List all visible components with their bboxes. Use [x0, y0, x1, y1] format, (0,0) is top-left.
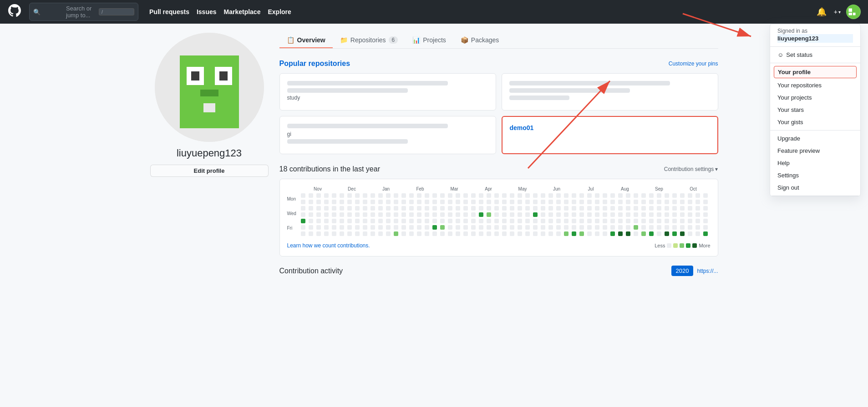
repo-card-demo01: demo01: [502, 116, 718, 154]
contrib-cell-150: [641, 206, 646, 211]
set-status-item[interactable]: ☺ Set status: [770, 49, 860, 61]
contrib-cell-25: [494, 193, 499, 198]
upgrade-item[interactable]: Upgrade: [770, 132, 860, 145]
contrib-cell-164: [340, 212, 344, 217]
contrib-cell-131: [494, 206, 499, 211]
contrib-cell-366: [672, 231, 677, 236]
search-bar[interactable]: 🔍 Search or jump to... /: [29, 3, 138, 21]
sign-out-item[interactable]: Sign out: [770, 181, 860, 194]
contrib-cell-355: [587, 231, 592, 236]
help-item[interactable]: Help: [770, 157, 860, 169]
new-button[interactable]: + ▾: [832, 6, 843, 17]
tab-overview[interactable]: 📋 Overview: [279, 33, 333, 48]
your-projects-item[interactable]: Your projects: [770, 91, 860, 104]
contrib-cell-307: [626, 225, 630, 230]
contrib-cell-279: [409, 225, 414, 230]
github-logo-icon[interactable]: [7, 3, 22, 20]
username: liuyuepeng123: [177, 147, 242, 159]
tab-packages[interactable]: 📦 Packages: [453, 33, 506, 48]
contrib-cell-350: [548, 231, 553, 236]
contrib-cell-314: [680, 225, 685, 230]
contrib-cell-261: [680, 219, 685, 223]
contrib-cell-305: [610, 225, 615, 230]
contrib-cell-331: [401, 231, 406, 236]
contrib-cell-21: [463, 193, 468, 198]
contrib-cell-167: [363, 212, 367, 217]
contrib-cell-308: [634, 225, 638, 230]
your-stars-item[interactable]: Your stars: [770, 104, 860, 116]
contrib-cell-276: [386, 225, 391, 230]
contrib-cell-266: [309, 225, 313, 230]
year-2020-button[interactable]: 2020: [671, 266, 694, 276]
contrib-cell-301: [579, 225, 584, 230]
your-gists-item[interactable]: Your gists: [770, 116, 860, 128]
month-labels: Nov Dec Jan Feb Mar Apr May Jun Jul Aug …: [287, 186, 711, 191]
label-empty1: [287, 202, 301, 210]
activity-section: Contribution activity 2020 https://...: [279, 266, 718, 276]
contrib-cell-335: [432, 231, 437, 236]
contrib-cell-147: [618, 206, 623, 211]
month-feb: Feb: [403, 186, 437, 191]
learn-contributions-link[interactable]: Learn how we count contributions.: [287, 242, 370, 249]
contrib-cell-85: [548, 200, 553, 204]
dropdown-section-status: ☺ Set status: [770, 47, 860, 63]
contrib-cell-142: [579, 206, 584, 211]
contrib-cell-199: [610, 212, 615, 217]
contrib-cell-230: [440, 219, 445, 223]
contrib-cell-70: [432, 200, 437, 204]
contrib-cell-246: [564, 219, 569, 223]
customize-pins-link[interactable]: Customize your pins: [669, 60, 718, 67]
contrib-cell-55: [316, 200, 321, 204]
main-layout: 😊 liuyuepeng123 Edit profile 📋 Overview …: [143, 24, 726, 285]
contrib-cell-253: [618, 219, 623, 223]
contrib-cell-9: [371, 193, 375, 198]
contrib-cell-121: [417, 206, 421, 211]
contrib-cell-288: [479, 225, 483, 230]
nav-pull-requests[interactable]: Pull requests: [149, 8, 189, 15]
contrib-cell-313: [672, 225, 677, 230]
contrib-cell-5: [340, 193, 344, 198]
contrib-cell-45: [649, 193, 654, 198]
contrib-cell-137: [541, 206, 545, 211]
contrib-cell-116: [378, 206, 383, 211]
contrib-cell-119: [401, 206, 406, 211]
legend-cell-1: [673, 243, 678, 248]
contrib-cell-249: [587, 219, 592, 223]
nav-issues[interactable]: Issues: [197, 8, 217, 15]
contrib-cell-214: [316, 219, 321, 223]
repo4-name[interactable]: demo01: [510, 124, 710, 131]
contrib-cell-352: [564, 231, 569, 236]
notifications-button[interactable]: 🔔: [815, 5, 828, 19]
nav-explore[interactable]: Explore: [268, 8, 291, 15]
search-icon: 🔍: [33, 9, 63, 15]
tab-projects[interactable]: 📊 Projects: [405, 33, 453, 48]
your-repositories-item[interactable]: Your repositories: [770, 79, 860, 91]
contrib-cell-80: [510, 200, 514, 204]
contrib-cell-90: [587, 200, 592, 204]
month-jul: Jul: [574, 186, 608, 191]
contrib-cell-16: [425, 193, 429, 198]
feature-preview-item[interactable]: Feature preview: [770, 145, 860, 157]
user-avatar-button[interactable]: ▾: [846, 5, 861, 19]
contrib-cell-106: [301, 206, 305, 211]
contrib-cell-44: [641, 193, 646, 198]
nav-marketplace[interactable]: Marketplace: [224, 8, 261, 15]
your-profile-item[interactable]: Your profile: [774, 66, 857, 78]
contrib-cell-145: [603, 206, 607, 211]
edit-profile-button[interactable]: Edit profile: [150, 165, 269, 177]
contrib-cell-327: [371, 231, 375, 236]
contribution-settings-link[interactable]: Contribution settings ▾: [664, 166, 718, 172]
contrib-cell-95: [626, 200, 630, 204]
tab-repositories[interactable]: 📁 Repositories 6: [333, 33, 406, 48]
contrib-cell-346: [518, 231, 522, 236]
contributions-title: 18 contributions in the last year: [279, 165, 380, 173]
contrib-cell-27: [510, 193, 514, 198]
legend-more-label: More: [699, 243, 710, 248]
contrib-cell-49: [680, 193, 685, 198]
contrib-cell-368: [688, 231, 692, 236]
contrib-cell-7: [355, 193, 360, 198]
contrib-cell-48: [672, 193, 677, 198]
contrib-cell-220: [363, 219, 367, 223]
settings-item[interactable]: Settings: [770, 169, 860, 181]
contrib-cell-297: [548, 225, 553, 230]
